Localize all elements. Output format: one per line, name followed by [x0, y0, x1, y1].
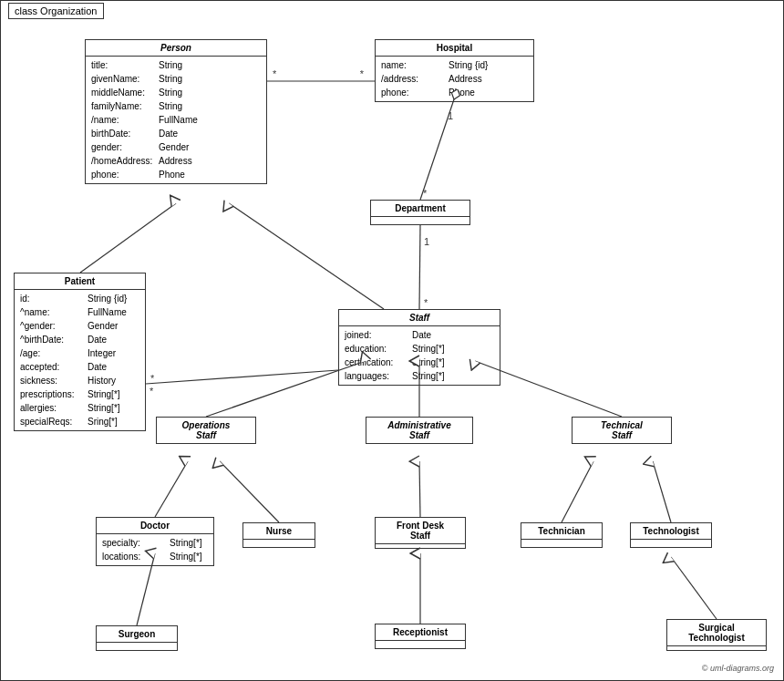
patient-class: Patient id:String {id} ^name:FullName ^g… — [14, 273, 146, 431]
person-body: title:String givenName:String middleName… — [86, 57, 266, 183]
svg-line-10 — [229, 203, 384, 309]
nurse-header: Nurse — [243, 523, 315, 540]
hospital-body: name:String {id} /address:Address phone:… — [376, 57, 533, 101]
svg-text:*: * — [360, 68, 365, 79]
surgical-technologist-body — [667, 646, 766, 650]
staff-body: joined:Date education:String[*] certific… — [339, 326, 500, 385]
front-desk-header: Front DeskStaff — [376, 518, 465, 544]
copyright: © uml-diagrams.org — [702, 664, 774, 673]
patient-body: id:String {id} ^name:FullName ^gender:Ge… — [15, 290, 145, 430]
staff-class: Staff joined:Date education:String[*] ce… — [338, 309, 500, 386]
technician-class: Technician — [521, 522, 603, 548]
svg-line-20 — [562, 461, 593, 522]
svg-text:1: 1 — [448, 110, 453, 121]
admin-staff-header: AdministrativeStaff — [366, 418, 472, 443]
operations-staff-header: OperationsStaff — [157, 418, 255, 443]
surgical-technologist-class: SurgicalTechnologist — [666, 619, 767, 651]
surgical-technologist-header: SurgicalTechnologist — [667, 620, 766, 646]
surgeon-header: Surgeon — [97, 626, 177, 643]
department-class: Department — [370, 200, 470, 225]
svg-text:*: * — [150, 386, 154, 397]
svg-text:*: * — [273, 68, 277, 79]
svg-line-21 — [653, 461, 671, 522]
staff-header: Staff — [339, 310, 500, 326]
svg-line-11 — [146, 370, 338, 384]
svg-line-3 — [420, 99, 454, 200]
doctor-body: specialty:String[*] locations:String[*] — [97, 534, 213, 565]
technician-header: Technician — [521, 523, 602, 540]
technician-body — [521, 540, 602, 547]
receptionist-header: Receptionist — [376, 624, 465, 641]
front-desk-class: Front DeskStaff — [375, 517, 466, 549]
svg-line-19 — [419, 461, 420, 517]
department-body — [371, 217, 469, 224]
admin-staff-class: AdministrativeStaff — [366, 417, 473, 444]
person-class: Person title:String givenName:String mid… — [85, 39, 267, 184]
department-header: Department — [371, 201, 469, 217]
front-desk-body — [376, 544, 465, 548]
svg-line-6 — [419, 225, 420, 309]
svg-line-17 — [155, 461, 188, 517]
svg-text:1: 1 — [424, 236, 429, 247]
surgeon-body — [97, 643, 177, 650]
technologist-class: Technologist — [630, 522, 712, 548]
svg-text:*: * — [423, 188, 428, 199]
technical-staff-header: TechnicalStaff — [573, 418, 671, 443]
receptionist-class: Receptionist — [375, 624, 466, 649]
patient-header: Patient — [15, 273, 145, 290]
technologist-header: Technologist — [631, 523, 711, 540]
receptionist-body — [376, 641, 465, 648]
operations-staff-class: OperationsStaff — [156, 417, 256, 444]
diagram-title: class Organization — [8, 3, 104, 19]
doctor-header: Doctor — [97, 518, 213, 534]
person-header: Person — [86, 40, 266, 57]
nurse-body — [243, 540, 315, 547]
svg-text:*: * — [424, 297, 428, 308]
svg-line-24 — [671, 557, 717, 619]
doctor-class: Doctor specialty:String[*] locations:Str… — [96, 517, 214, 566]
technical-staff-class: TechnicalStaff — [572, 417, 672, 444]
technologist-body — [631, 540, 711, 547]
diagram-container: class Organization Person title:String g… — [0, 0, 784, 681]
svg-line-9 — [80, 203, 176, 273]
nurse-class: Nurse — [242, 522, 315, 548]
svg-line-18 — [220, 461, 279, 522]
surgeon-class: Surgeon — [96, 625, 178, 651]
hospital-class: Hospital name:String {id} /address:Addre… — [375, 39, 534, 102]
svg-text:*: * — [150, 373, 155, 384]
hospital-header: Hospital — [376, 40, 533, 57]
